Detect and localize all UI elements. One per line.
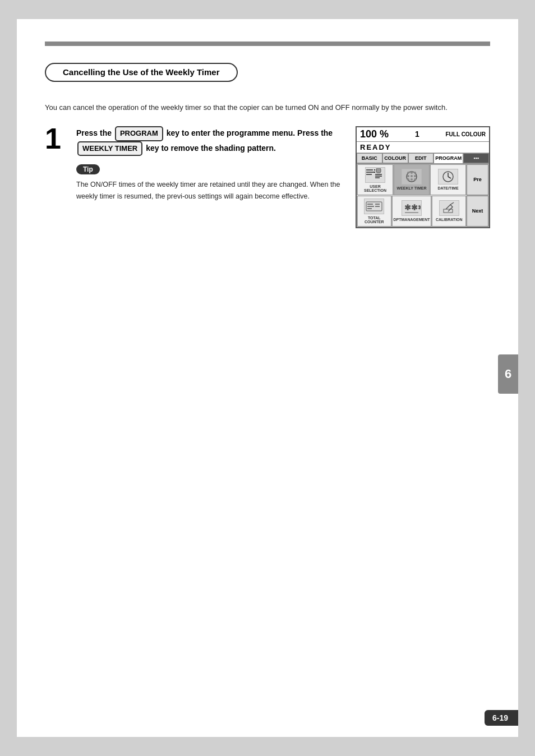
svg-rect-25 [367,208,372,209]
tab-program[interactable]: PROGRAM [433,153,463,163]
step-number: 1 [45,124,65,153]
screen-grid-wrap: USER SELECTION [357,164,467,227]
svg-rect-2 [366,174,372,175]
step-content: Press the PROGRAM key to enter the progr… [76,126,345,210]
svg-rect-0 [366,169,373,170]
page-number: 6-19 [485,710,518,726]
pre-button[interactable]: Pre [467,164,488,195]
svg-rect-8 [375,177,380,178]
svg-point-13 [407,175,409,177]
total-counter-icon [364,199,384,214]
intro-text: You can cancel the operation of the week… [45,102,490,114]
screen-body: USER SELECTION [357,164,489,227]
screen-mockup: 100 % 1 FULL COLOUR READY BASIC COLOUR E… [356,126,490,228]
svg-point-17 [411,178,413,181]
step-row: 1 Press the PROGRAM key to enter the pro… [45,126,490,228]
tab-more[interactable]: ▪▪▪ [463,153,489,163]
screen-tabs: BASIC COLOUR EDIT PROGRAM ▪▪▪ [357,153,489,164]
section-title-bar: Cancelling the Use of the Weekly Timer [45,63,490,92]
section-title-box: Cancelling the Use of the Weekly Timer [45,63,238,82]
weekly-timer-key-badge: WEEKLY TIMER [77,141,142,156]
svg-point-10 [407,172,409,174]
user-selection-label: USER SELECTION [359,185,391,192]
svg-point-12 [414,172,416,174]
top-bar [45,42,490,46]
weekly-timer-svg [403,170,421,183]
svg-line-21 [448,177,451,178]
screen-cell-dpt-management[interactable]: ✱✱✱ DPTMANAGEMENT [392,196,432,227]
dpt-management-label: DPTMANAGEMENT [394,218,430,222]
screen-percent: 100 % [360,128,389,140]
screen-cell-datetime[interactable]: DATE/TIME [430,164,466,195]
step-text-part3: key to remove the shading pattern. [144,144,276,153]
svg-rect-7 [375,176,382,177]
tab-colour[interactable]: COLOUR [382,153,408,163]
datetime-icon [438,169,458,185]
svg-rect-24 [367,206,374,207]
next-button[interactable]: Next [467,196,488,227]
step-left-col: 1 Press the PROGRAM key to enter the pro… [45,126,345,222]
tip-box: Tip The ON/OFF times of the weekly timer… [76,164,345,202]
step-text: Press the PROGRAM key to enter the progr… [76,126,345,156]
svg-rect-5 [376,168,381,173]
svg-rect-3 [374,169,375,170]
step-container: 1 Press the PROGRAM key to enter the pro… [45,126,345,210]
screen-full-colour: FULL COLOUR [446,131,486,137]
screen-grid-row1: USER SELECTION [357,164,467,195]
svg-point-15 [414,175,416,177]
total-counter-label: TOTAL COUNTER [359,216,390,224]
calibration-label: CALIBRATION [436,218,463,222]
total-counter-svg [365,200,383,213]
screen-num: 1 [415,130,419,139]
svg-rect-1 [366,172,374,173]
svg-line-31 [450,202,454,205]
weekly-timer-label: WEEKLY TIMER [397,186,427,190]
screen-cell-calibration[interactable]: CALIBRATION [432,196,466,227]
weekly-timer-icon [402,169,422,185]
screen-cell-user-selection[interactable]: USER SELECTION [357,164,393,195]
screen-image: 100 % 1 FULL COLOUR READY BASIC COLOUR E… [356,126,490,228]
svg-point-14 [411,175,413,177]
datetime-svg [439,170,457,183]
step-text-part2: key to enter the programme menu. Press t… [164,128,333,137]
section-title: Cancelling the Use of the Weekly Timer [63,67,220,77]
datetime-label: DATE/TIME [437,186,458,190]
dpt-management-svg: ✱✱✱ [403,201,421,215]
svg-point-11 [411,172,413,174]
svg-point-18 [414,178,416,181]
screen-cell-total-counter[interactable]: TOTAL COUNTER [357,196,391,227]
svg-rect-4 [374,172,375,173]
main-page: Cancelling the Use of the Weekly Timer Y… [17,19,518,737]
user-selection-icon [365,167,385,183]
screen-header: 100 % 1 FULL COLOUR [357,127,489,142]
tab-basic[interactable]: BASIC [357,153,382,163]
screen-grid-row2: TOTAL COUNTER ✱✱✱ DPTMANAG [357,196,467,227]
svg-rect-23 [367,204,373,205]
svg-rect-27 [375,206,380,207]
nav-col: Pre Next [467,164,489,227]
screen-ready: READY [357,142,489,153]
dpt-management-icon: ✱✱✱ [402,200,422,216]
tip-label: Tip [76,164,100,174]
svg-point-16 [407,178,409,181]
step-text-part1: Press the [76,128,114,137]
tab-edit[interactable]: EDIT [408,153,434,163]
chapter-tab: 6 [498,354,518,394]
screen-cell-weekly-timer[interactable]: WEEKLY TIMER [394,164,430,195]
svg-text:✱✱✱: ✱✱✱ [404,203,421,212]
calibration-icon [439,200,459,216]
svg-rect-6 [375,174,382,175]
user-selection-svg [366,168,384,182]
tip-text: The ON/OFF times of the weekly timer are… [76,179,345,202]
program-key-badge: PROGRAM [115,126,163,141]
calibration-svg [440,201,458,215]
svg-rect-26 [375,204,380,205]
